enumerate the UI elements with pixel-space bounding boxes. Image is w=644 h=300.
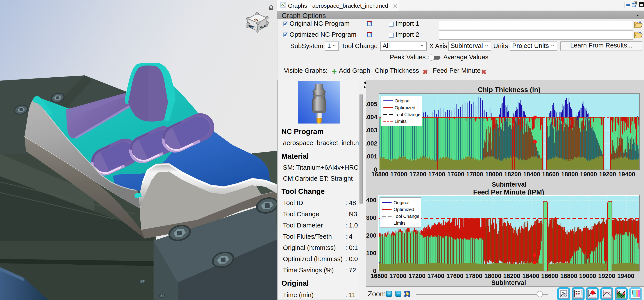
- svg-text:Top: Top: [254, 18, 260, 22]
- svg-text:NC: NC: [562, 291, 566, 294]
